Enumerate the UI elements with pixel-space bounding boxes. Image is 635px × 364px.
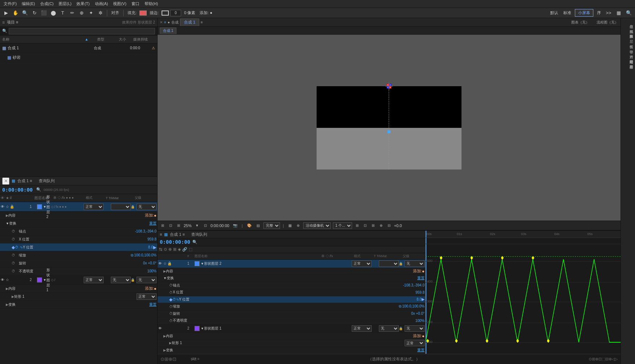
- viewer-reset-btn[interactable]: ⊟: [386, 223, 392, 228]
- prop-content2-tri[interactable]: ▶: [6, 287, 8, 290]
- tl-layer1-tri[interactable]: ▼: [201, 262, 204, 265]
- prop-content-tri[interactable]: ▶: [6, 214, 8, 217]
- layer1-eye[interactable]: 👁: [1, 205, 4, 209]
- menu-edit[interactable]: 编辑(E): [20, 0, 37, 7]
- menu-compose[interactable]: 合成(C): [38, 0, 56, 7]
- prop-rect-mode[interactable]: 正常: [137, 293, 156, 300]
- layer1-switch2[interactable]: /: [54, 205, 55, 209]
- tool-rect[interactable]: ⬛: [40, 9, 48, 17]
- tl-layer1-mode[interactable]: 正常: [352, 260, 372, 267]
- prop-rotate-value[interactable]: 0x +0.0°: [143, 261, 156, 265]
- tool-select[interactable]: ▶: [2, 9, 10, 17]
- tl-layer2-eye[interactable]: 👁: [158, 326, 162, 330]
- prop-xpos-value[interactable]: 959.8: [147, 237, 156, 241]
- viewer-mid-point[interactable]: [388, 130, 390, 133]
- layer1-switch3[interactable]: fx: [56, 205, 59, 209]
- prop-scale-clock[interactable]: ⏱: [12, 253, 15, 257]
- tl-layer1-s2[interactable]: ☆: [163, 262, 167, 265]
- prop-xpos-clock[interactable]: ⏱: [12, 237, 15, 241]
- layer2-parent[interactable]: 无: [137, 277, 156, 283]
- viewer-toggle-btn[interactable]: ⊕: [378, 223, 384, 228]
- layer1-mode[interactable]: 正常: [84, 204, 104, 210]
- prop-transform-reset[interactable]: 重置: [149, 221, 156, 226]
- tool-ellipse[interactable]: ⬤: [49, 9, 57, 17]
- tl-footer-r3[interactable]: ⊕: [595, 357, 598, 361]
- viewer-snap2-btn[interactable]: ⊞: [354, 223, 360, 228]
- layer-row-1[interactable]: 👁 ☆ 🔒 1 ▼ 形状图层 2 ◇ / fx ● ● ●: [0, 202, 157, 212]
- layer2-solo[interactable]: ☆: [6, 278, 9, 282]
- layer1-parent[interactable]: 无: [137, 204, 156, 210]
- layer1-triangle[interactable]: ▼: [43, 205, 46, 209]
- tl-tool1[interactable]: ⇆: [159, 247, 162, 252]
- comp-tab-1[interactable]: 合成 1: [180, 18, 199, 26]
- tl-layer2-trkmat[interactable]: 无: [379, 325, 399, 332]
- layer1-switch5[interactable]: ●: [62, 205, 64, 209]
- tool-rotate[interactable]: ↻: [30, 9, 38, 17]
- prop-rect-tri[interactable]: ▶: [12, 295, 14, 298]
- stroke-color-swatch[interactable]: [162, 11, 169, 16]
- layer1-switch6[interactable]: ●: [64, 205, 66, 209]
- tl-footer-r5[interactable]: ⬚: [602, 357, 605, 361]
- tl-footer-r9[interactable]: ▷: [615, 357, 618, 361]
- prop-anchor-clock[interactable]: ⏱: [12, 229, 15, 233]
- layer2-color[interactable]: [37, 277, 42, 283]
- project-item-1[interactable]: ▦ 砂岩: [0, 53, 157, 62]
- tool-puppet[interactable]: ✦: [87, 9, 95, 17]
- viewer-snap-btn[interactable]: ⊞: [160, 223, 166, 228]
- tool-clone[interactable]: ⊕: [78, 9, 85, 17]
- tl-tool5[interactable]: ◈: [178, 247, 181, 252]
- tl-layer-row-2[interactable]: 👁 2 ▼ 形状图层 1 正常 无 🔒 无: [158, 325, 425, 333]
- tl-layer-row-1[interactable]: 👁 ☆ 🔒 1 ▼ 形状图层 2 正常 🔒: [158, 260, 425, 268]
- tl-footer-r7[interactable]: ⊕: [609, 357, 612, 361]
- layer1-lock[interactable]: 🔒: [10, 205, 14, 209]
- viewer-tab-1[interactable]: 合成 1: [160, 28, 176, 34]
- tl-tool2[interactable]: ⊙: [164, 247, 167, 252]
- menu-layer[interactable]: 图层(L): [57, 0, 74, 7]
- tl-layer1-eye[interactable]: 👁: [158, 262, 162, 265]
- prop-opacity-clock[interactable]: ⏱: [12, 269, 15, 273]
- tool-pen[interactable]: ✏: [68, 9, 76, 17]
- menu-window[interactable]: 窗口: [129, 0, 142, 7]
- right-panel-video[interactable]: 视频: [622, 25, 635, 29]
- prop-ypos-kf-left[interactable]: ◆: [12, 245, 15, 250]
- right-panel-char[interactable]: 字符: [622, 45, 635, 49]
- layer1-switch4[interactable]: ●: [59, 205, 61, 209]
- prop-ypos-kf-right[interactable]: ▶: [153, 245, 156, 250]
- tl-layer1-color[interactable]: [195, 261, 200, 266]
- layer1-switch1[interactable]: ◇: [51, 205, 54, 209]
- viewer-preview-btn[interactable]: ⊡: [168, 223, 174, 228]
- fill-color-swatch[interactable]: [139, 11, 147, 16]
- project-search-input[interactable]: [9, 28, 155, 34]
- menu-file[interactable]: 文件(F): [1, 0, 19, 7]
- viewer-view-sel[interactable]: 1 个...: [333, 222, 352, 229]
- tool-text[interactable]: T: [59, 9, 67, 17]
- layer2-switch2[interactable]: /: [54, 278, 55, 282]
- prop-content2-add[interactable]: 添加:: [145, 286, 154, 291]
- tl-layer1-parent[interactable]: 无: [405, 260, 425, 267]
- tl-layer1-s3[interactable]: 🔒: [167, 262, 172, 265]
- tl-time2[interactable]: 0:00:00:00: [160, 239, 190, 245]
- viewer-pixel-btn[interactable]: ⊡: [362, 223, 368, 228]
- prop-content-plus[interactable]: ●: [154, 213, 156, 218]
- tl-footer-r8[interactable]: ◁: [612, 357, 615, 361]
- tl-layer2-tri[interactable]: ▼: [201, 327, 204, 330]
- current-time-display[interactable]: 0:00:00:00: [2, 187, 33, 193]
- comp-panel-close[interactable]: ✕: [160, 20, 163, 24]
- prop-ypos-clock[interactable]: ⏱: [15, 245, 18, 249]
- tl-layer2-mode[interactable]: 正常: [352, 325, 372, 332]
- time-search-icon[interactable]: 🔍: [36, 187, 41, 192]
- tl-layer2-color[interactable]: [195, 326, 200, 331]
- viewer-guide-btn[interactable]: ⊕: [295, 223, 301, 228]
- prop-content-add[interactable]: 添加:: [145, 213, 154, 218]
- toolbar-expand-btn[interactable]: >>: [605, 9, 613, 17]
- tl-tool4[interactable]: ⊞: [173, 247, 176, 252]
- tl-tool6[interactable]: 🔗: [182, 247, 187, 252]
- viewer-3d-btn[interactable]: ▦: [287, 223, 293, 228]
- viewer-anchor-icon[interactable]: [385, 83, 393, 91]
- layer2-switch1[interactable]: ◇: [51, 278, 54, 282]
- prop-content2-plus[interactable]: ●: [154, 286, 156, 291]
- layer1-solo[interactable]: ☆: [6, 205, 9, 209]
- right-panel-dist[interactable]: 分布图层: [622, 60, 635, 64]
- right-panel-paintlayer[interactable]: 绘图层对: [622, 55, 635, 59]
- stroke-width-input[interactable]: [170, 10, 181, 16]
